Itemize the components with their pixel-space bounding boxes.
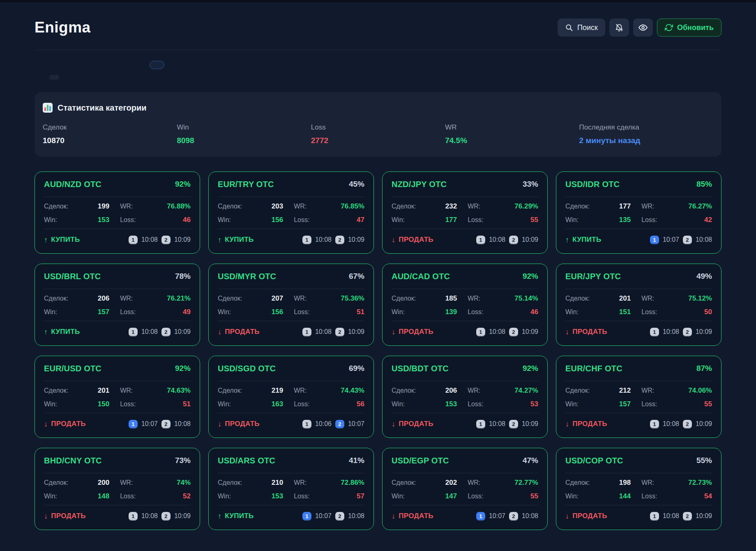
arrow-down-icon: ↓: [44, 512, 48, 521]
time-slot-badge: 1: [476, 420, 485, 428]
time-value: 10:08: [696, 236, 712, 243]
pair-card-footer: ↓ ПРОДАТЬ 110:08210:09: [565, 321, 712, 343]
pair-card-header: NZD/JPY OTC 33%: [392, 172, 538, 197]
signal-times: 110:07210:08: [302, 512, 364, 521]
time-value: 10:08: [489, 328, 505, 336]
pair-name: NZD/JPY OTC: [392, 180, 447, 189]
pair-card[interactable]: USD/IDR OTC 85% Сделок: 177 WR: 76.27%: [556, 171, 721, 254]
time-tab[interactable]: [67, 61, 68, 69]
signal-action-button[interactable]: ↓ ПРОДАТЬ: [392, 236, 433, 244]
signal-action-button[interactable]: ↑ КУПИТЬ: [218, 512, 254, 521]
time-value: 10:09: [696, 512, 712, 520]
win-value: 156: [272, 216, 283, 224]
pair-percent: 85%: [696, 180, 712, 189]
signal-action-button[interactable]: ↓ ПРОДАТЬ: [218, 420, 260, 428]
time-tab[interactable]: [196, 61, 197, 69]
refresh-button[interactable]: Обновить: [657, 19, 721, 37]
time-tab[interactable]: [150, 61, 164, 69]
pair-card-stats: Сделок: 200 WR: 74% Win: 148: [44, 473, 191, 505]
time-slot-badge: 2: [683, 420, 692, 428]
stat-item: Loss 2772: [311, 123, 445, 145]
search-button[interactable]: Поиск: [558, 19, 605, 37]
trades-value: 206: [98, 294, 109, 303]
pair-card[interactable]: USD/COP OTC 55% Сделок: 198 WR: 72.73%: [556, 448, 721, 530]
pair-card[interactable]: USD/SGD OTC 69% Сделок: 219 WR: 74.43%: [208, 356, 374, 438]
win-label: Win:: [392, 308, 405, 316]
time-tab[interactable]: [100, 61, 101, 69]
trades-value: 198: [619, 479, 631, 487]
signal-times: 110:08210:09: [129, 328, 191, 336]
pair-card[interactable]: AUD/NZD OTC 92% Сделок: 199 WR: 76.88%: [35, 171, 200, 254]
pair-card[interactable]: EUR/CHF OTC 87% Сделок: 212 WR: 74.06%: [556, 356, 721, 438]
time-tab[interactable]: [180, 61, 181, 69]
pair-card[interactable]: AUD/CAD OTC 92% Сделок: 185 WR: 75.14%: [382, 264, 548, 346]
pair-card[interactable]: USD/MYR OTC 67% Сделок: 207 WR: 75.36%: [208, 264, 374, 346]
time-value: 10:08: [663, 328, 679, 336]
time-value: 10:07: [141, 420, 158, 428]
stat-value: 2 минуты назад: [579, 136, 713, 145]
action-label: ПРОДАТЬ: [399, 512, 433, 520]
pair-card[interactable]: USD/EGP OTC 47% Сделок: 202 WR: 72.77%: [382, 448, 548, 530]
pair-name: USD/EGP OTC: [392, 456, 449, 465]
wr-label: WR:: [641, 203, 654, 210]
time-slot-badge: 2: [509, 512, 518, 521]
wr-value: 75.36%: [341, 294, 364, 303]
pair-card[interactable]: USD/BDT OTC 92% Сделок: 206 WR: 74.27%: [382, 356, 548, 438]
pair-card-header: USD/BDT OTC 92%: [392, 356, 538, 381]
watch-button[interactable]: [633, 19, 653, 37]
pair-card[interactable]: BHD/CNY OTC 73% Сделок: 200 WR: 74%: [35, 448, 200, 530]
pair-card[interactable]: EUR/JPY OTC 49% Сделок: 201 WR: 75.12%: [556, 264, 721, 346]
time-tab[interactable]: [133, 61, 134, 69]
time-value: 10:07: [489, 512, 505, 520]
time-tab[interactable]: [117, 61, 118, 69]
wr-value: 76.21%: [167, 294, 191, 303]
header-divider: [35, 50, 721, 50]
time-tab[interactable]: [84, 61, 85, 69]
signal-action-button[interactable]: ↑ КУПИТЬ: [218, 236, 254, 244]
time-tab[interactable]: [51, 61, 52, 69]
signal-action-button[interactable]: ↑ КУПИТЬ: [565, 236, 602, 244]
win-label: Win:: [392, 493, 405, 500]
signal-action-button[interactable]: ↑ КУПИТЬ: [44, 328, 80, 336]
signal-action-button[interactable]: ↓ ПРОДАТЬ: [44, 420, 86, 428]
trades-label: Сделок:: [565, 479, 590, 486]
pair-card[interactable]: EUR/TRY OTC 45% Сделок: 203 WR: 76.85%: [208, 171, 374, 254]
wr-label: WR:: [468, 203, 480, 210]
signal-action-button[interactable]: ↓ ПРОДАТЬ: [565, 328, 607, 336]
trades-value: 177: [619, 202, 631, 211]
signal-action-button[interactable]: ↓ ПРОДАТЬ: [44, 512, 86, 521]
signal-action-button[interactable]: ↓ ПРОДАТЬ: [392, 512, 433, 521]
signal-times: 110:08210:09: [129, 512, 191, 521]
pair-name: EUR/TRY OTC: [218, 180, 274, 189]
wr-label: WR:: [120, 479, 133, 486]
pair-card[interactable]: USD/ARS OTC 41% Сделок: 210 WR: 72.86%: [208, 448, 374, 530]
signal-times: 110:08210:09: [650, 420, 712, 428]
pair-name: USD/ARS OTC: [218, 456, 275, 465]
action-label: ПРОДАТЬ: [399, 328, 433, 336]
arrow-down-icon: ↓: [392, 236, 395, 244]
loss-label: Loss:: [120, 308, 136, 316]
signal-action-button[interactable]: ↓ ПРОДАТЬ: [218, 328, 260, 336]
wr-value: 76.29%: [514, 202, 538, 211]
filter-tab[interactable]: [49, 75, 59, 80]
notifications-off-button[interactable]: [609, 19, 629, 37]
time-tab[interactable]: [35, 61, 35, 69]
trades-label: Сделок:: [565, 387, 590, 394]
signal-action-button[interactable]: ↓ ПРОДАТЬ: [565, 512, 607, 521]
signal-action-button[interactable]: ↑ КУПИТЬ: [44, 236, 80, 244]
pair-card-footer: ↓ ПРОДАТЬ 110:08210:09: [44, 505, 191, 527]
signal-action-button[interactable]: ↓ ПРОДАТЬ: [392, 328, 433, 336]
pair-card[interactable]: EUR/USD OTC 92% Сделок: 201 WR: 74.63%: [35, 356, 200, 438]
signal-action-button[interactable]: ↓ ПРОДАТЬ: [565, 420, 607, 428]
signal-times: 110:08210:09: [302, 328, 364, 336]
stat-item: Сделок 10870: [43, 123, 177, 145]
trades-value: 206: [445, 387, 457, 395]
app-title: Enigma: [35, 19, 91, 36]
signal-action-button[interactable]: ↓ ПРОДАТЬ: [392, 420, 433, 428]
time-value: 10:06: [315, 420, 332, 428]
pair-card[interactable]: USD/BRL OTC 78% Сделок: 206 WR: 76.21%: [35, 264, 200, 346]
signal-times: 110:08210:09: [476, 420, 538, 428]
action-label: КУПИТЬ: [225, 236, 254, 244]
pair-name: USD/COP OTC: [565, 456, 623, 465]
pair-card[interactable]: NZD/JPY OTC 33% Сделок: 232 WR: 76.29%: [382, 171, 548, 254]
